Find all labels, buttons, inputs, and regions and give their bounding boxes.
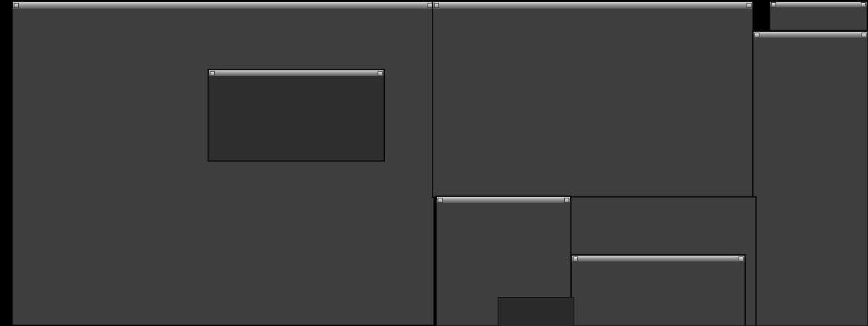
connections-window — [753, 31, 868, 326]
xfade-titlebar[interactable] — [437, 197, 570, 203]
qjackctl-window — [770, 1, 867, 30]
window-menu-button[interactable] — [14, 3, 19, 8]
editor-window — [12, 1, 434, 325]
editor-titlebar[interactable] — [13, 2, 433, 9]
qjackctl-close-button[interactable] — [861, 2, 866, 7]
sc4-close-button[interactable] — [378, 71, 383, 76]
window-menu-button[interactable] — [771, 2, 776, 7]
mixer-close-button[interactable] — [746, 3, 752, 8]
options-editor-window — [571, 255, 745, 326]
window-menu-button[interactable] — [438, 198, 443, 203]
xfade-close-button[interactable] — [564, 198, 569, 203]
qjackctl-titlebar[interactable] — [770, 2, 867, 7]
window-menu-button[interactable] — [210, 71, 215, 76]
window-menu-button[interactable] — [434, 3, 439, 8]
sc4-titlebar[interactable] — [209, 70, 383, 76]
mixer-window — [433, 1, 753, 197]
options-close-button[interactable] — [739, 256, 744, 262]
window-menu-button[interactable] — [754, 33, 760, 38]
options-titlebar[interactable] — [572, 256, 744, 262]
desktop — [0, 0, 868, 326]
window-menu-button[interactable] — [573, 256, 578, 262]
mixer-titlebar[interactable] — [433, 2, 752, 9]
virtual-keyboard — [498, 297, 574, 326]
sc4-plugin-window — [208, 70, 384, 161]
editor-close-button[interactable] — [427, 3, 433, 8]
connections-close-button[interactable] — [861, 33, 867, 38]
connections-titlebar[interactable] — [754, 32, 867, 38]
